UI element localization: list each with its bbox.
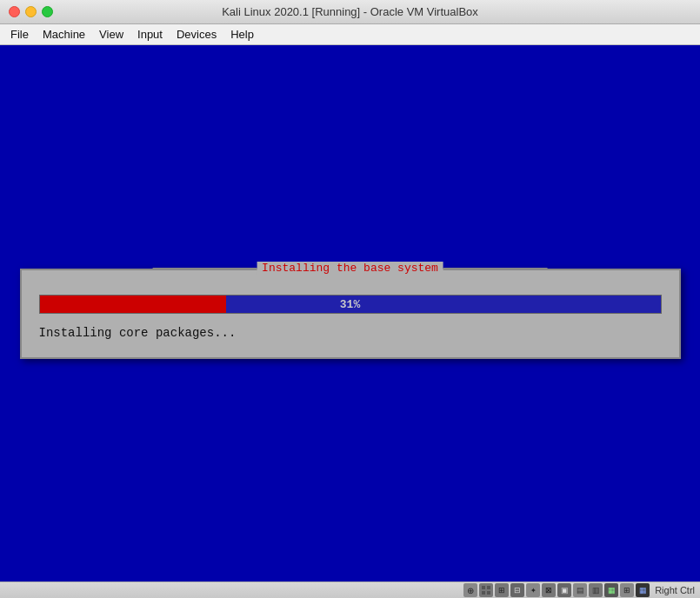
status-icon-2 bbox=[479, 583, 493, 597]
minimize-button[interactable] bbox=[25, 6, 37, 17]
window-title: Kali Linux 2020.1 [Running] - Oracle VM … bbox=[222, 5, 478, 18]
title-line-left bbox=[152, 268, 257, 269]
menu-help[interactable]: Help bbox=[223, 26, 261, 43]
dialog-content: 31% Installing core packages... bbox=[22, 277, 679, 357]
menu-input[interactable]: Input bbox=[130, 26, 170, 43]
status-icon-3: ⊞ bbox=[495, 583, 509, 597]
status-icon-4: ⊟ bbox=[510, 583, 524, 597]
status-bar: ⊕ ⊞ ⊟ ✦ ⊠ ▣ ▤ ▥ ▦ ⊞ ▦ Right Ctrl bbox=[0, 581, 700, 598]
dialog-title-text: Installing the base system bbox=[257, 262, 443, 275]
progress-bar-container: 31% bbox=[39, 295, 662, 314]
svg-rect-1 bbox=[487, 586, 490, 589]
status-icon-9: ▥ bbox=[589, 583, 603, 597]
status-icon-11: ⊞ bbox=[620, 583, 634, 597]
status-icon-5: ✦ bbox=[526, 583, 540, 597]
title-line-right bbox=[443, 268, 548, 269]
window-controls bbox=[0, 6, 53, 17]
menu-view[interactable]: View bbox=[92, 26, 130, 43]
menu-devices[interactable]: Devices bbox=[170, 26, 223, 43]
menu-bar: File Machine View Input Devices Help bbox=[0, 24, 700, 45]
status-icon-7: ▣ bbox=[557, 583, 571, 597]
progress-label: 31% bbox=[340, 297, 360, 310]
vm-screen: Installing the base system 31% Installin… bbox=[0, 45, 700, 581]
status-icon-6: ⊠ bbox=[542, 583, 556, 597]
menu-machine[interactable]: Machine bbox=[36, 26, 92, 43]
title-bar: Kali Linux 2020.1 [Running] - Oracle VM … bbox=[0, 0, 700, 24]
progress-bar-fill bbox=[40, 296, 226, 313]
install-status-text: Installing core packages... bbox=[39, 326, 662, 340]
svg-rect-2 bbox=[482, 591, 485, 595]
menu-file[interactable]: File bbox=[3, 26, 36, 43]
maximize-button[interactable] bbox=[42, 6, 53, 17]
svg-rect-3 bbox=[487, 591, 490, 595]
status-icon-1: ⊕ bbox=[463, 583, 477, 597]
right-ctrl-label: Right Ctrl bbox=[655, 585, 695, 595]
status-icon-8: ▤ bbox=[573, 583, 587, 597]
dialog-title-bar: Installing the base system bbox=[152, 262, 548, 275]
status-icon-12: ▦ bbox=[636, 583, 650, 597]
close-button[interactable] bbox=[9, 6, 20, 17]
status-icon-10: ▦ bbox=[604, 583, 618, 597]
install-dialog: Installing the base system 31% Installin… bbox=[20, 269, 681, 359]
svg-rect-0 bbox=[482, 586, 485, 589]
